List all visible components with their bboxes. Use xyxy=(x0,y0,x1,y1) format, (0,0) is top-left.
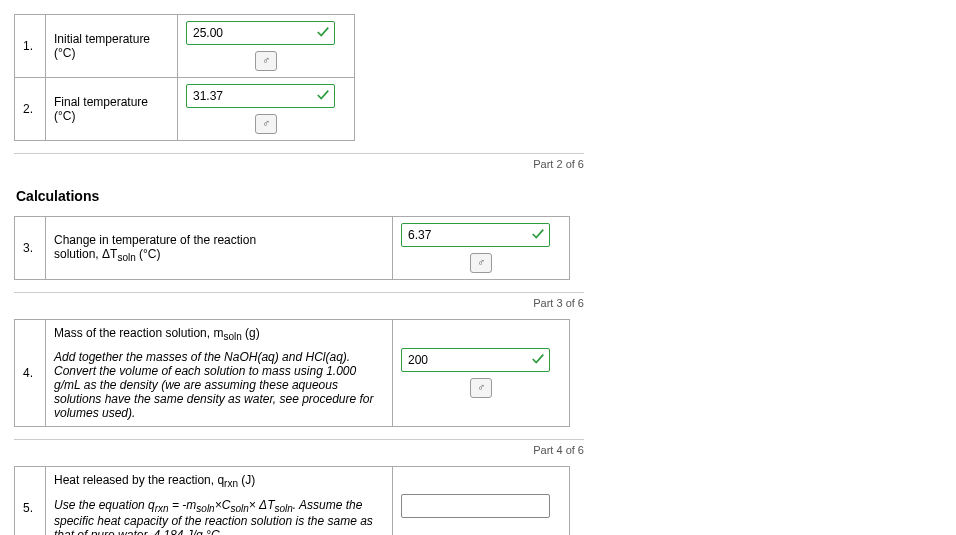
table-row: 2. Final temperature (°C) 31.37 ♂ xyxy=(15,78,355,141)
row-index: 4. xyxy=(15,320,46,427)
table-row: 1. Initial temperature (°C) 25.00 ♂ xyxy=(15,15,355,78)
row-index: 1. xyxy=(15,15,46,78)
checkmark-icon xyxy=(531,352,545,366)
final-temp-input[interactable]: 31.37 xyxy=(186,84,335,108)
table-initial-final: 1. Initial temperature (°C) 25.00 ♂ 2. F… xyxy=(14,14,355,141)
row-label: Final temperature (°C) xyxy=(46,78,178,141)
divider xyxy=(14,153,584,154)
divider xyxy=(14,439,584,440)
table-row: 3. Change in temperature of the reaction… xyxy=(15,217,570,280)
degree-button[interactable]: ♂ xyxy=(255,51,277,71)
delta-t-input[interactable]: 6.37 xyxy=(401,223,550,247)
table-heat: 5. Heat released by the reaction, qrxn (… xyxy=(14,466,570,535)
checkmark-icon xyxy=(316,25,330,39)
part-label: Part 3 of 6 xyxy=(14,297,584,309)
table-row: 5. Heat released by the reaction, qrxn (… xyxy=(15,467,570,535)
divider xyxy=(14,292,584,293)
row-label: Mass of the reaction solution, msoln (g)… xyxy=(46,320,393,427)
degree-button[interactable]: ♂ xyxy=(470,253,492,273)
part-label: Part 4 of 6 xyxy=(14,444,584,456)
row-index: 3. xyxy=(15,217,46,280)
hint-text: Add together the masses of the NaOH(aq) … xyxy=(54,350,384,420)
part-label: Part 2 of 6 xyxy=(14,158,584,170)
initial-temp-input[interactable]: 25.00 xyxy=(186,21,335,45)
table-mass: 4. Mass of the reaction solution, msoln … xyxy=(14,319,570,427)
row-index: 2. xyxy=(15,78,46,141)
row-index: 5. xyxy=(15,467,46,535)
heat-input[interactable] xyxy=(401,494,550,518)
checkmark-icon xyxy=(531,227,545,241)
mass-input[interactable]: 200 xyxy=(401,348,550,372)
table-row: 4. Mass of the reaction solution, msoln … xyxy=(15,320,570,427)
calculations-heading: Calculations xyxy=(16,188,942,204)
hint-text: Use the equation qrxn = -msoln×Csoln× ΔT… xyxy=(54,498,384,535)
table-delta-t: 3. Change in temperature of the reaction… xyxy=(14,216,570,280)
checkmark-icon xyxy=(316,88,330,102)
row-label: Change in temperature of the reaction so… xyxy=(46,217,393,280)
row-label: Heat released by the reaction, qrxn (J) … xyxy=(46,467,393,535)
row-label: Initial temperature (°C) xyxy=(46,15,178,78)
degree-button[interactable]: ♂ xyxy=(255,114,277,134)
degree-button[interactable]: ♂ xyxy=(470,378,492,398)
